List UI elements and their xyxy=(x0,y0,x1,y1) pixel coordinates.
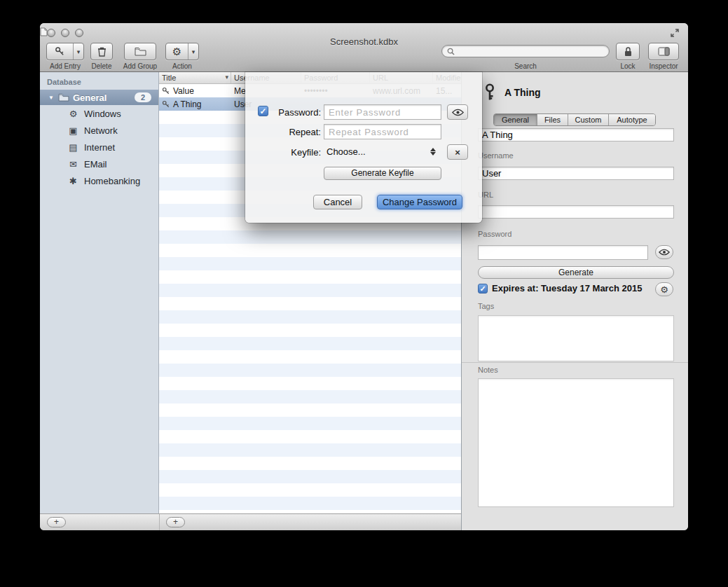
reveal-password-button[interactable] xyxy=(655,245,673,259)
column-header-title[interactable]: Title ▾ xyxy=(159,72,231,83)
sidebar-item-label: Windows xyxy=(84,109,121,119)
window-title-text: Screenshot.kdbx xyxy=(330,36,398,47)
tags-label: Tags xyxy=(478,302,494,310)
username-label: Username xyxy=(478,151,514,160)
search-label: Search xyxy=(441,62,610,70)
title-field[interactable] xyxy=(478,128,674,141)
search-icon xyxy=(447,48,455,55)
tags-field[interactable] xyxy=(478,315,674,361)
expires-label: Expires at: Tuesday 17 March 2015 xyxy=(492,283,642,294)
lock-button[interactable] xyxy=(616,43,640,60)
eye-icon xyxy=(452,109,464,116)
sidebar-item-label: Internet xyxy=(84,142,115,153)
document-icon xyxy=(40,27,48,36)
sidebar-item-label: Homebanking xyxy=(84,176,140,186)
inspector-panel-icon xyxy=(658,47,670,56)
entry-title: A Thing xyxy=(173,99,201,109)
stepper-arrows-icon xyxy=(430,148,436,156)
search-input[interactable] xyxy=(458,46,598,56)
folder-icon xyxy=(58,93,69,102)
search-field[interactable] xyxy=(441,45,610,57)
entry-key-icon xyxy=(482,83,497,102)
footer-divider xyxy=(159,514,160,530)
group-label: General xyxy=(73,92,107,103)
username-field[interactable] xyxy=(478,167,674,180)
resize-icon[interactable] xyxy=(670,28,680,38)
group-sidebar: Database ▼ General 2 ⚙ Windows ▣ Network… xyxy=(40,72,159,513)
windows-group-icon: ⚙ xyxy=(68,109,78,119)
key-icon xyxy=(47,43,73,60)
sidebar-group-general[interactable]: ▼ General 2 xyxy=(40,90,158,105)
notes-field[interactable] xyxy=(478,378,674,507)
action-label: Action xyxy=(160,62,204,70)
change-password-button[interactable]: Change Password xyxy=(377,195,462,209)
internet-group-icon: ▤ xyxy=(68,142,78,153)
email-group-icon: ✉ xyxy=(68,159,78,170)
entry-title: Value xyxy=(173,86,194,96)
sort-indicator-icon: ▾ xyxy=(225,74,228,81)
add-entry-button[interactable]: ▾ xyxy=(46,43,84,60)
password-input[interactable] xyxy=(324,104,441,120)
footer-bar: + + xyxy=(40,513,461,530)
sidebar-item-network[interactable]: ▣ Network xyxy=(40,122,158,139)
sidebar-section-header: Database xyxy=(40,72,158,90)
keyfile-dropdown[interactable]: Choose... xyxy=(327,144,440,158)
add-group-label: Add Group xyxy=(116,62,165,70)
lock-label: Lock xyxy=(610,62,645,70)
inspector-divider xyxy=(462,362,688,363)
trash-icon xyxy=(97,46,107,57)
notes-label: Notes xyxy=(478,366,498,374)
add-group-button[interactable] xyxy=(124,43,156,60)
gear-icon: ⚙ xyxy=(166,43,188,60)
dialog-password-label: Password: xyxy=(245,107,321,118)
cancel-button[interactable]: Cancel xyxy=(313,195,362,209)
lock-icon xyxy=(624,46,633,57)
expires-checkbox[interactable]: ✓ xyxy=(478,284,488,294)
tab-autotype[interactable]: Autotype xyxy=(609,114,655,125)
column-header-label: Title xyxy=(162,74,176,82)
entry-username: Me xyxy=(234,86,246,96)
clear-keyfile-button[interactable]: × xyxy=(447,144,468,160)
gear-icon: ⚙ xyxy=(660,284,668,295)
chevron-down-icon[interactable]: ▾ xyxy=(188,43,198,60)
titlebar-toolbar: Screenshot.kdbx ▾ Add Entry Delete Add G… xyxy=(40,23,688,72)
generate-password-button[interactable]: Generate xyxy=(478,266,674,279)
tab-custom[interactable]: Custom xyxy=(568,114,609,125)
key-icon xyxy=(162,87,170,95)
inspector-button[interactable] xyxy=(648,43,679,60)
app-window: Screenshot.kdbx ▾ Add Entry Delete Add G… xyxy=(40,23,688,530)
tab-files[interactable]: Files xyxy=(537,114,568,125)
add-entry-plus-button[interactable]: + xyxy=(166,517,185,527)
eye-icon xyxy=(659,249,670,256)
url-field[interactable] xyxy=(478,205,674,219)
repeat-password-input[interactable] xyxy=(324,124,441,139)
disclosure-triangle-icon[interactable]: ▼ xyxy=(48,95,54,101)
folder-icon xyxy=(135,47,146,56)
homebanking-group-icon: ✱ xyxy=(68,176,78,186)
inspector-tabs: General Files Custom Autotype xyxy=(493,113,656,126)
keyfile-dropdown-value: Choose... xyxy=(327,146,366,157)
sidebar-item-label: Network xyxy=(84,125,118,136)
reveal-password-button[interactable] xyxy=(447,104,468,120)
dialog-keyfile-label: Keyfile: xyxy=(245,147,321,158)
add-group-plus-button[interactable]: + xyxy=(47,517,66,527)
sidebar-item-label: EMail xyxy=(84,159,107,170)
network-group-icon: ▣ xyxy=(68,125,78,136)
sidebar-item-internet[interactable]: ▤ Internet xyxy=(40,139,158,156)
change-password-dialog: ✓ Password: Repeat: Keyfile: Choose... ×… xyxy=(245,72,482,223)
delete-button[interactable] xyxy=(90,43,113,60)
close-icon: × xyxy=(455,147,460,158)
tab-general[interactable]: General xyxy=(494,114,537,125)
inspector-label: Inspector xyxy=(644,62,683,70)
sidebar-item-windows[interactable]: ⚙ Windows xyxy=(40,105,158,122)
generate-keyfile-button[interactable]: Generate Keyfile xyxy=(324,167,441,180)
password-field[interactable] xyxy=(478,245,648,260)
chevron-down-icon[interactable]: ▾ xyxy=(73,43,83,60)
expires-gear-button[interactable]: ⚙ xyxy=(655,282,673,296)
group-count-badge: 2 xyxy=(135,92,151,102)
inspector-entry-title: A Thing xyxy=(504,87,541,98)
inspector-panel: A Thing General Files Custom Autotype Us… xyxy=(461,72,688,530)
sidebar-item-email[interactable]: ✉ EMail xyxy=(40,156,158,172)
action-button[interactable]: ⚙ ▾ xyxy=(165,43,199,60)
sidebar-item-homebanking[interactable]: ✱ Homebanking xyxy=(40,172,158,189)
